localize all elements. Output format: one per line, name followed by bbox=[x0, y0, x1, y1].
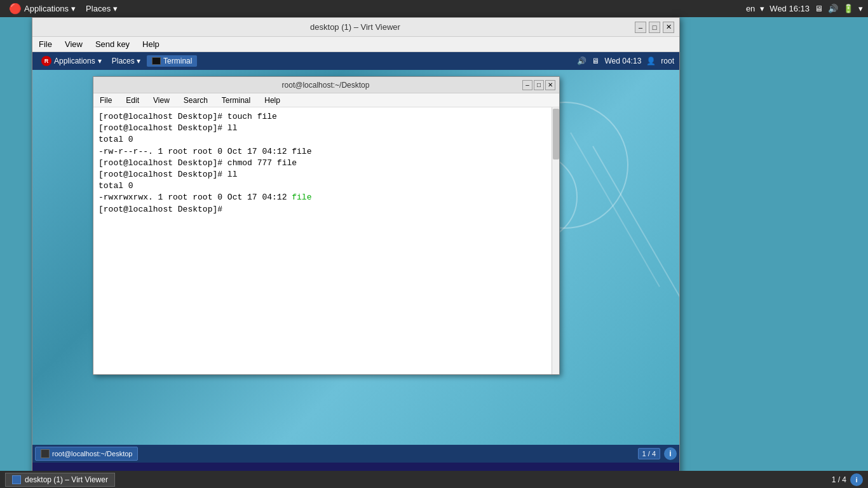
host-topbar-right: en ▾ Wed 16:13 🖥 🔊 🔋 ▾ bbox=[746, 4, 863, 13]
virt-menu-view[interactable]: View bbox=[62, 38, 85, 50]
term-line-1: [root@localhost Desktop]# touch file bbox=[98, 111, 554, 123]
terminal-mini-icon bbox=[152, 57, 161, 65]
taskbar-term-icon bbox=[41, 449, 50, 458]
monitor-icon: 🖥 bbox=[815, 4, 823, 13]
terminal-window: root@localhost:~/Desktop – □ ✕ File Edit… bbox=[93, 76, 560, 375]
guest-applications-label: Applications bbox=[54, 57, 95, 65]
guest-panel: R Applications ▾ Places ▾ Terminal 🔊 bbox=[32, 52, 679, 70]
guest-taskbar: root@localhost:~/Desktop 1 / 4 i bbox=[32, 445, 679, 463]
host-places-menu[interactable]: Places ▾ bbox=[82, 3, 121, 15]
guest-user-icon: 👤 bbox=[646, 57, 656, 65]
terminal-menu-help[interactable]: Help bbox=[262, 95, 283, 105]
guest-taskbar-right: 1 / 4 i bbox=[638, 447, 677, 460]
virt-viewer-title: desktop (1) – Virt Viewer bbox=[76, 22, 635, 32]
term-line-6: [root@localhost Desktop]# ll bbox=[98, 169, 554, 180]
terminal-menu-view[interactable]: View bbox=[151, 95, 172, 105]
terminal-close-btn[interactable]: ✕ bbox=[545, 80, 555, 90]
term-line-7: total 0 bbox=[98, 180, 554, 192]
host-task-icon bbox=[12, 475, 21, 484]
virt-close-button[interactable]: ✕ bbox=[663, 22, 674, 33]
virt-menu-sendkey[interactable]: Send key bbox=[93, 38, 132, 50]
terminal-menu-file[interactable]: File bbox=[97, 95, 114, 105]
terminal-menu-terminal[interactable]: Terminal bbox=[219, 95, 253, 105]
virt-viewer-window-buttons: – □ ✕ bbox=[635, 22, 674, 33]
taskbar-term-label: root@localhost:~/Desktop bbox=[52, 450, 132, 458]
virt-viewer-window: desktop (1) – Virt Viewer – □ ✕ File Vie… bbox=[32, 17, 680, 481]
scrollbar-thumb[interactable] bbox=[553, 109, 559, 159]
guest-places-arrow: ▾ bbox=[137, 57, 140, 65]
virt-viewer-menubar: File View Send key Help bbox=[32, 37, 679, 52]
term-line-2: [root@localhost Desktop]# ll bbox=[98, 123, 554, 134]
guest-panel-left: R Applications ▾ Places ▾ Terminal bbox=[37, 55, 197, 67]
host-lang-arrow: ▾ bbox=[760, 4, 764, 13]
terminal-minimize-btn[interactable]: – bbox=[522, 80, 532, 90]
terminal-maximize-btn[interactable]: □ bbox=[534, 80, 544, 90]
guest-desktop: R Applications ▾ Places ▾ Terminal 🔊 bbox=[32, 52, 679, 480]
term-green-file: file bbox=[292, 193, 311, 202]
term-line-8: -rwxrwxrwx. 1 root root 0 Oct 17 04:12 f… bbox=[98, 192, 554, 203]
host-lang[interactable]: en bbox=[746, 4, 755, 13]
virt-viewer-content: R Applications ▾ Places ▾ Terminal 🔊 bbox=[32, 52, 679, 480]
virt-viewer-titlebar: desktop (1) – Virt Viewer – □ ✕ bbox=[32, 18, 679, 37]
settings-icon: ▾ bbox=[858, 4, 863, 13]
guest-pager-text: 1 / 4 bbox=[642, 450, 656, 458]
host-places-arrow: ▾ bbox=[113, 4, 118, 13]
host-topbar: 🔴 Applications ▾ Places ▾ en ▾ Wed 16:13… bbox=[0, 0, 868, 17]
taskbar-terminal-item[interactable]: root@localhost:~/Desktop bbox=[35, 447, 138, 461]
battery-icon: 🔋 bbox=[843, 4, 853, 13]
host-topbar-left: 🔴 Applications ▾ Places ▾ bbox=[5, 1, 121, 16]
host-applications-menu[interactable]: 🔴 Applications ▾ bbox=[5, 1, 79, 16]
guest-panel-right: 🔊 🖥 Wed 04:13 👤 root bbox=[577, 57, 674, 65]
guest-terminal-button[interactable]: Terminal bbox=[147, 55, 197, 67]
guest-user-label: root bbox=[661, 57, 674, 65]
host-taskbar-item[interactable]: desktop (1) – Virt Viewer bbox=[5, 473, 115, 487]
terminal-scrollbar[interactable] bbox=[552, 107, 559, 374]
virt-maximize-button[interactable]: □ bbox=[649, 22, 660, 33]
redhat-icon: R bbox=[41, 56, 51, 66]
terminal-window-buttons: – □ ✕ bbox=[522, 80, 555, 90]
guest-places-label: Places bbox=[112, 57, 135, 65]
guest-terminal-label: Terminal bbox=[163, 57, 192, 65]
bg-line-2 bbox=[570, 132, 660, 287]
host-pager-text: 1 / 4 bbox=[832, 475, 846, 484]
terminal-title: root@localhost:~/Desktop bbox=[129, 81, 522, 90]
terminal-titlebar: root@localhost:~/Desktop – □ ✕ bbox=[93, 77, 559, 93]
guest-places-menu[interactable]: Places ▾ bbox=[108, 55, 144, 67]
guest-time: Wed 04:13 bbox=[604, 57, 641, 65]
guest-taskbar-pager[interactable]: 1 / 4 bbox=[638, 448, 660, 459]
host-bottombar: desktop (1) – Virt Viewer 1 / 4 i bbox=[0, 471, 868, 488]
guest-applications-menu[interactable]: R Applications ▾ bbox=[37, 55, 105, 67]
guest-volume-icon: 🔊 bbox=[577, 57, 587, 65]
host-time: Wed 16:13 bbox=[770, 4, 810, 13]
volume-icon: 🔊 bbox=[828, 4, 838, 13]
terminal-content[interactable]: [root@localhost Desktop]# touch file [ro… bbox=[93, 107, 559, 374]
term-line-5: [root@localhost Desktop]# chmod 777 file bbox=[98, 158, 554, 169]
term-line-4: -rw-r--r--. 1 root root 0 Oct 17 04:12 f… bbox=[98, 146, 554, 158]
virt-menu-help[interactable]: Help bbox=[140, 38, 162, 50]
term-line-9: [root@localhost Desktop]# bbox=[98, 204, 554, 215]
guest-display-icon: 🖥 bbox=[592, 57, 599, 65]
guest-desktop-area: home bbox=[32, 70, 679, 463]
virt-menu-file[interactable]: File bbox=[36, 38, 55, 50]
guest-taskbar-left: root@localhost:~/Desktop bbox=[35, 447, 138, 461]
host-bottombar-right: 1 / 4 i bbox=[832, 473, 863, 486]
host-applications-label: Applications bbox=[24, 4, 69, 13]
terminal-menu-edit[interactable]: Edit bbox=[123, 95, 142, 105]
host-places-label: Places bbox=[86, 4, 111, 13]
host-applications-arrow: ▾ bbox=[71, 4, 76, 13]
host-task-label: desktop (1) – Virt Viewer bbox=[25, 475, 108, 484]
virt-minimize-button[interactable]: – bbox=[635, 22, 646, 33]
terminal-menu-search[interactable]: Search bbox=[181, 95, 210, 105]
terminal-menubar: File Edit View Search Terminal Help bbox=[93, 93, 559, 107]
bg-line-1 bbox=[592, 146, 679, 312]
term-line-3: total 0 bbox=[98, 134, 554, 146]
host-workspace-icon[interactable]: i bbox=[850, 473, 863, 486]
guest-workspace-icon[interactable]: i bbox=[664, 447, 677, 460]
guest-apps-arrow: ▾ bbox=[98, 57, 102, 65]
